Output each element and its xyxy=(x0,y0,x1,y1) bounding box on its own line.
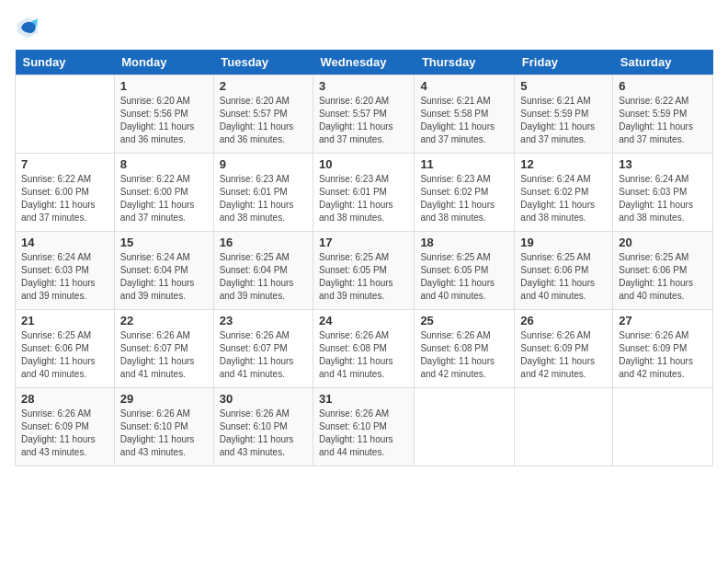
calendar-cell: 20Sunrise: 6:25 AM Sunset: 6:06 PM Dayli… xyxy=(613,232,713,310)
day-info: Sunrise: 6:26 AM Sunset: 6:08 PM Dayligh… xyxy=(420,329,508,381)
days-header-row: SundayMondayTuesdayWednesdayThursdayFrid… xyxy=(16,50,713,75)
day-number: 13 xyxy=(619,157,707,171)
calendar-cell: 29Sunrise: 6:26 AM Sunset: 6:10 PM Dayli… xyxy=(114,388,213,466)
day-info: Sunrise: 6:25 AM Sunset: 6:06 PM Dayligh… xyxy=(520,251,607,303)
day-info: Sunrise: 6:26 AM Sunset: 6:08 PM Dayligh… xyxy=(319,329,408,381)
page-header xyxy=(15,15,713,40)
day-info: Sunrise: 6:24 AM Sunset: 6:03 PM Dayligh… xyxy=(21,251,108,303)
day-number: 1 xyxy=(120,79,208,93)
day-info: Sunrise: 6:20 AM Sunset: 5:57 PM Dayligh… xyxy=(319,95,408,146)
day-info: Sunrise: 6:26 AM Sunset: 6:07 PM Dayligh… xyxy=(220,329,307,381)
calendar-cell: 4Sunrise: 6:21 AM Sunset: 5:58 PM Daylig… xyxy=(415,75,515,154)
day-number: 3 xyxy=(319,79,408,93)
day-number: 26 xyxy=(520,314,607,327)
day-number: 21 xyxy=(21,314,108,327)
calendar-cell xyxy=(515,388,613,466)
calendar-cell: 26Sunrise: 6:26 AM Sunset: 6:09 PM Dayli… xyxy=(515,310,613,388)
day-number: 22 xyxy=(120,314,208,327)
day-info: Sunrise: 6:23 AM Sunset: 6:02 PM Dayligh… xyxy=(420,173,508,224)
day-info: Sunrise: 6:25 AM Sunset: 6:04 PM Dayligh… xyxy=(220,251,307,303)
day-info: Sunrise: 6:23 AM Sunset: 6:01 PM Dayligh… xyxy=(319,173,408,224)
day-number: 19 xyxy=(520,236,607,249)
day-info: Sunrise: 6:25 AM Sunset: 6:06 PM Dayligh… xyxy=(21,329,108,381)
day-number: 17 xyxy=(319,236,408,249)
calendar-cell: 6Sunrise: 6:22 AM Sunset: 5:59 PM Daylig… xyxy=(613,75,713,154)
day-number: 30 xyxy=(220,392,307,406)
calendar-cell: 22Sunrise: 6:26 AM Sunset: 6:07 PM Dayli… xyxy=(114,310,213,388)
day-number: 31 xyxy=(319,392,408,406)
day-number: 10 xyxy=(319,157,408,171)
day-of-week-header: Monday xyxy=(114,50,213,75)
day-info: Sunrise: 6:24 AM Sunset: 6:04 PM Dayligh… xyxy=(120,251,208,303)
day-number: 27 xyxy=(619,314,707,327)
day-number: 28 xyxy=(21,392,108,406)
logo-icon xyxy=(15,15,40,40)
day-info: Sunrise: 6:20 AM Sunset: 5:57 PM Dayligh… xyxy=(220,95,307,146)
day-number: 14 xyxy=(21,236,108,249)
calendar-cell: 12Sunrise: 6:24 AM Sunset: 6:02 PM Dayli… xyxy=(515,154,613,232)
calendar-table: SundayMondayTuesdayWednesdayThursdayFrid… xyxy=(15,50,713,466)
logo xyxy=(15,15,44,40)
calendar-week-row: 21Sunrise: 6:25 AM Sunset: 6:06 PM Dayli… xyxy=(16,310,713,388)
calendar-cell: 18Sunrise: 6:25 AM Sunset: 6:05 PM Dayli… xyxy=(415,232,515,310)
calendar-cell xyxy=(613,388,713,466)
day-info: Sunrise: 6:25 AM Sunset: 6:05 PM Dayligh… xyxy=(319,251,408,303)
calendar-cell: 3Sunrise: 6:20 AM Sunset: 5:57 PM Daylig… xyxy=(313,75,415,154)
day-info: Sunrise: 6:26 AM Sunset: 6:09 PM Dayligh… xyxy=(619,329,707,381)
calendar-cell: 5Sunrise: 6:21 AM Sunset: 5:59 PM Daylig… xyxy=(515,75,613,154)
day-number: 29 xyxy=(120,392,208,406)
day-info: Sunrise: 6:21 AM Sunset: 5:59 PM Dayligh… xyxy=(520,95,607,146)
calendar-week-row: 7Sunrise: 6:22 AM Sunset: 6:00 PM Daylig… xyxy=(16,154,713,232)
day-info: Sunrise: 6:26 AM Sunset: 6:10 PM Dayligh… xyxy=(220,408,307,459)
day-number: 11 xyxy=(420,157,508,171)
calendar-cell: 24Sunrise: 6:26 AM Sunset: 6:08 PM Dayli… xyxy=(313,310,415,388)
day-info: Sunrise: 6:26 AM Sunset: 6:07 PM Dayligh… xyxy=(120,329,208,381)
calendar-cell: 30Sunrise: 6:26 AM Sunset: 6:10 PM Dayli… xyxy=(213,388,313,466)
calendar-cell: 8Sunrise: 6:22 AM Sunset: 6:00 PM Daylig… xyxy=(114,154,213,232)
day-number: 5 xyxy=(520,79,607,93)
day-number: 23 xyxy=(220,314,307,327)
calendar-cell: 28Sunrise: 6:26 AM Sunset: 6:09 PM Dayli… xyxy=(16,388,115,466)
day-number: 16 xyxy=(220,236,307,249)
day-info: Sunrise: 6:26 AM Sunset: 6:10 PM Dayligh… xyxy=(319,408,408,459)
day-number: 18 xyxy=(420,236,508,249)
day-info: Sunrise: 6:26 AM Sunset: 6:10 PM Dayligh… xyxy=(120,408,208,459)
calendar-cell: 16Sunrise: 6:25 AM Sunset: 6:04 PM Dayli… xyxy=(213,232,313,310)
day-info: Sunrise: 6:22 AM Sunset: 6:00 PM Dayligh… xyxy=(21,173,108,224)
day-number: 12 xyxy=(520,157,607,171)
calendar-week-row: 1Sunrise: 6:20 AM Sunset: 5:56 PM Daylig… xyxy=(16,75,713,154)
calendar-cell: 17Sunrise: 6:25 AM Sunset: 6:05 PM Dayli… xyxy=(313,232,415,310)
calendar-cell: 13Sunrise: 6:24 AM Sunset: 6:03 PM Dayli… xyxy=(613,154,713,232)
calendar-cell: 15Sunrise: 6:24 AM Sunset: 6:04 PM Dayli… xyxy=(114,232,213,310)
calendar-cell: 1Sunrise: 6:20 AM Sunset: 5:56 PM Daylig… xyxy=(114,75,213,154)
day-of-week-header: Sunday xyxy=(16,50,115,75)
day-info: Sunrise: 6:25 AM Sunset: 6:06 PM Dayligh… xyxy=(619,251,707,303)
day-info: Sunrise: 6:25 AM Sunset: 6:05 PM Dayligh… xyxy=(420,251,508,303)
day-of-week-header: Tuesday xyxy=(213,50,313,75)
day-info: Sunrise: 6:23 AM Sunset: 6:01 PM Dayligh… xyxy=(220,173,307,224)
calendar-cell xyxy=(16,75,115,154)
day-number: 15 xyxy=(120,236,208,249)
calendar-cell: 19Sunrise: 6:25 AM Sunset: 6:06 PM Dayli… xyxy=(515,232,613,310)
calendar-cell: 9Sunrise: 6:23 AM Sunset: 6:01 PM Daylig… xyxy=(213,154,313,232)
day-number: 6 xyxy=(619,79,707,93)
day-info: Sunrise: 6:26 AM Sunset: 6:09 PM Dayligh… xyxy=(520,329,607,381)
calendar-cell: 10Sunrise: 6:23 AM Sunset: 6:01 PM Dayli… xyxy=(313,154,415,232)
day-info: Sunrise: 6:20 AM Sunset: 5:56 PM Dayligh… xyxy=(120,95,208,146)
day-number: 24 xyxy=(319,314,408,327)
day-number: 8 xyxy=(120,157,208,171)
calendar-cell: 23Sunrise: 6:26 AM Sunset: 6:07 PM Dayli… xyxy=(213,310,313,388)
day-info: Sunrise: 6:24 AM Sunset: 6:02 PM Dayligh… xyxy=(520,173,607,224)
day-number: 2 xyxy=(220,79,307,93)
day-number: 25 xyxy=(420,314,508,327)
day-of-week-header: Friday xyxy=(515,50,613,75)
day-number: 4 xyxy=(420,79,508,93)
day-info: Sunrise: 6:26 AM Sunset: 6:09 PM Dayligh… xyxy=(21,408,108,459)
calendar-cell: 27Sunrise: 6:26 AM Sunset: 6:09 PM Dayli… xyxy=(613,310,713,388)
day-info: Sunrise: 6:24 AM Sunset: 6:03 PM Dayligh… xyxy=(619,173,707,224)
calendar-week-row: 14Sunrise: 6:24 AM Sunset: 6:03 PM Dayli… xyxy=(16,232,713,310)
calendar-cell: 21Sunrise: 6:25 AM Sunset: 6:06 PM Dayli… xyxy=(16,310,115,388)
day-number: 20 xyxy=(619,236,707,249)
day-of-week-header: Saturday xyxy=(613,50,713,75)
calendar-week-row: 28Sunrise: 6:26 AM Sunset: 6:09 PM Dayli… xyxy=(16,388,713,466)
